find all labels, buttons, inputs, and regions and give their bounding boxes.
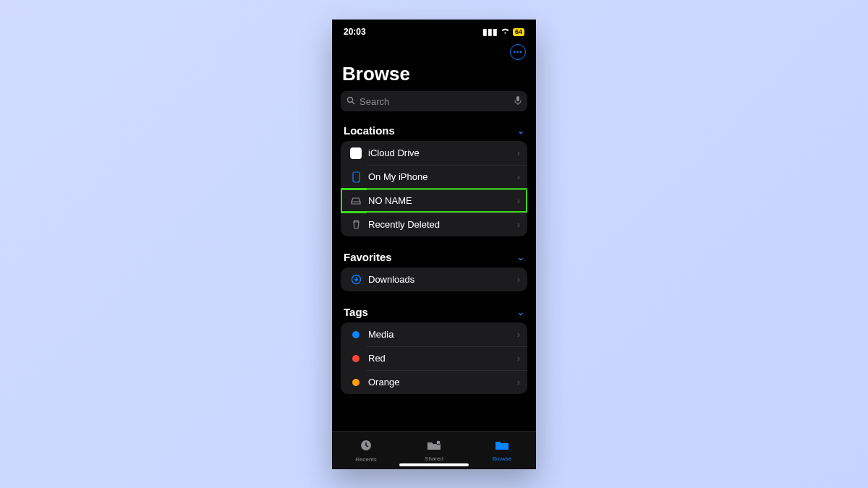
section-header-tags[interactable]: Tags ⌄ (332, 301, 536, 322)
page-title: Browse (332, 61, 536, 91)
cellular-icon: ▮▮▮ (482, 27, 498, 37)
chevron-right-icon: › (517, 148, 520, 158)
wifi-icon (501, 27, 510, 37)
phone-frame: 20:03 ▮▮▮ 64 ••• Browse Search Loc (332, 20, 536, 469)
tab-browse[interactable]: Browse (468, 432, 536, 469)
mic-icon[interactable] (514, 95, 522, 108)
favorites-list: Downloads › (341, 267, 527, 291)
chevron-right-icon: › (517, 330, 520, 340)
download-icon (348, 274, 364, 285)
tag-media[interactable]: Media › (341, 322, 527, 346)
chevron-right-icon: › (517, 275, 520, 285)
search-icon (346, 96, 355, 107)
favorite-downloads[interactable]: Downloads › (341, 267, 527, 291)
chevron-down-icon: ⌄ (517, 307, 524, 317)
chevron-right-icon: › (517, 354, 520, 364)
section-header-favorites[interactable]: Favorites ⌄ (332, 247, 536, 267)
tag-dot-icon (352, 331, 359, 338)
tags-list: Media › Red › Orange › (341, 322, 527, 394)
tag-dot-icon (352, 379, 359, 386)
clock: 20:03 (344, 27, 366, 37)
tag-red[interactable]: Red › (341, 346, 527, 370)
home-indicator[interactable] (399, 463, 469, 466)
iphone-icon (348, 171, 364, 183)
chevron-right-icon: › (517, 172, 520, 182)
search-input[interactable]: Search (341, 91, 527, 111)
chevron-down-icon: ⌄ (517, 126, 524, 136)
chevron-right-icon: › (517, 196, 520, 206)
tab-recents[interactable]: Recents (332, 432, 400, 469)
search-placeholder: Search (359, 96, 389, 107)
more-options-button[interactable]: ••• (510, 44, 526, 60)
folder-icon (495, 440, 509, 454)
clock-icon (359, 439, 373, 455)
chevron-right-icon: › (517, 220, 520, 230)
status-bar: 20:03 ▮▮▮ 64 (332, 20, 536, 40)
location-no-name[interactable]: NO NAME › (341, 189, 527, 213)
section-header-locations[interactable]: Locations ⌄ (332, 120, 536, 141)
svg-point-6 (436, 440, 441, 445)
chevron-right-icon: › (517, 377, 520, 388)
shared-folder-icon (427, 440, 441, 454)
location-icloud-drive[interactable]: ☁︎ iCloud Drive › (341, 141, 527, 165)
external-drive-icon (348, 197, 364, 205)
location-recently-deleted[interactable]: Recently Deleted › (341, 213, 527, 236)
icloud-icon: ☁︎ (350, 147, 362, 159)
svg-line-1 (352, 102, 354, 104)
battery-icon: 64 (513, 28, 524, 36)
tag-dot-icon (352, 355, 359, 362)
location-on-my-iphone[interactable]: On My iPhone › (341, 165, 527, 189)
chevron-down-icon: ⌄ (517, 252, 524, 262)
svg-rect-2 (516, 96, 519, 101)
svg-point-0 (348, 97, 353, 102)
tag-orange[interactable]: Orange › (341, 370, 527, 394)
svg-rect-3 (353, 172, 359, 182)
trash-icon (348, 219, 364, 230)
locations-list: ☁︎ iCloud Drive › On My iPhone › NO NAME… (341, 141, 527, 236)
